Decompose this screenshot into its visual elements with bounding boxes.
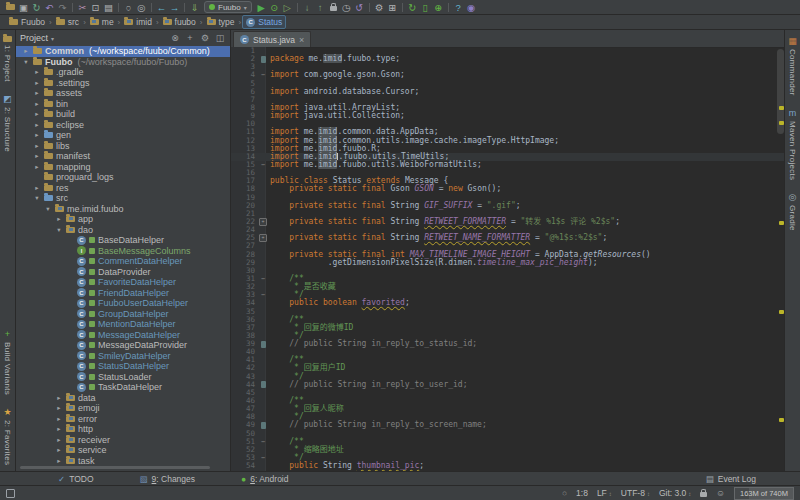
tool-stripe-button-commander[interactable]: ▦Commander: [788, 30, 797, 102]
debug-icon[interactable]: ⊙: [268, 1, 281, 13]
tool-window-button-6-android[interactable]: ●6: Android: [241, 474, 288, 484]
tree-item-proguard-logs[interactable]: proguard_logs: [16, 172, 230, 183]
tool-stripe-button-2-favorites[interactable]: ★2: Favorites: [3, 401, 12, 471]
code-line-15[interactable]: 15−import me.imid.fuubo.utils.WeiboForma…: [231, 161, 785, 169]
fold-marker-icon[interactable]: +: [258, 218, 268, 226]
expand-arrow-icon[interactable]: ▸: [55, 457, 63, 465]
breadcrumb-item-type[interactable]: type: [204, 16, 238, 28]
expand-arrow-icon[interactable]: ▸: [33, 121, 41, 129]
run-icon[interactable]: ▶: [255, 1, 268, 13]
project-panel-title[interactable]: Project: [20, 33, 48, 43]
code-line-30[interactable]: 30: [231, 267, 785, 275]
tree-item-receiver[interactable]: ▸receiver: [16, 435, 230, 446]
tree-item-favoritedatahelper[interactable]: CFavoriteDataHelper: [16, 277, 230, 288]
breadcrumb-item-src[interactable]: src: [53, 16, 82, 28]
breadcrumb-item-fuubo[interactable]: fuubo: [160, 16, 199, 28]
fold-marker-icon[interactable]: −: [258, 291, 268, 299]
cut-icon[interactable]: ✂: [76, 1, 89, 13]
expand-arrow-icon[interactable]: ▸: [33, 152, 41, 160]
tool-window-button-todo[interactable]: ✓TODO: [58, 474, 94, 484]
tree-item-fuubouserdatahelper[interactable]: CFuuboUserDataHelper: [16, 298, 230, 309]
local-history-icon[interactable]: ◷: [340, 1, 353, 13]
hector-inspections-icon[interactable]: ☺: [716, 488, 725, 498]
toggle-tool-buttons-icon[interactable]: [6, 489, 15, 498]
expand-arrow-icon[interactable]: ▾: [44, 205, 52, 213]
scroll-from-source-icon[interactable]: +: [184, 33, 196, 43]
expand-arrow-icon[interactable]: ▸: [55, 394, 63, 402]
tool-stripe-button-1-project[interactable]: 1: Project: [3, 30, 12, 88]
tree-item-data[interactable]: ▸data: [16, 393, 230, 404]
code-line-9[interactable]: 9import java.util.Collection;: [231, 112, 785, 120]
code-line-50[interactable]: 50: [231, 430, 785, 438]
tree-item-emoji[interactable]: ▸emoji: [16, 403, 230, 414]
tree-item-basedatahelper[interactable]: CBaseDataHelper: [16, 235, 230, 246]
event-log-button[interactable]: ▤Event Log: [706, 474, 756, 484]
tree-item-src[interactable]: ▾src: [16, 193, 230, 204]
readonly-lock-icon[interactable]: [700, 492, 707, 497]
tree-item-manifest[interactable]: ▸manifest: [16, 151, 230, 162]
code-line-40[interactable]: 40: [231, 348, 785, 356]
tool-stripe-button-build-variants[interactable]: +Build Variants: [3, 323, 12, 401]
code-line-49[interactable]: 49 // public String in_reply_to_screen_n…: [231, 421, 785, 429]
run-configuration-selector[interactable]: Fuubo▾: [204, 1, 252, 13]
paste-icon[interactable]: ▤: [102, 1, 115, 13]
tree-item-messagedataprovider[interactable]: CMessageDataProvider: [16, 340, 230, 351]
tree-horizontal-scrollbar[interactable]: [20, 466, 210, 469]
open-project-icon[interactable]: [4, 1, 17, 13]
tree-item-common[interactable]: ▸Common(~/workspace/fuubo/Common): [16, 46, 230, 57]
undo-icon[interactable]: ↶: [43, 1, 56, 13]
expand-arrow-icon[interactable]: ▸: [55, 425, 63, 433]
expand-arrow-icon[interactable]: ▸: [55, 436, 63, 444]
settings-icon[interactable]: ⚙: [373, 1, 386, 13]
expand-arrow-icon[interactable]: ▸: [55, 404, 63, 412]
code-line-44[interactable]: 44 // public String in_reply_to_user_id;: [231, 381, 785, 389]
expand-arrow-icon[interactable]: ▸: [33, 163, 41, 171]
breadcrumb-item-fuubo[interactable]: Fuubo: [6, 16, 48, 28]
expand-arrow-icon[interactable]: ▸: [33, 142, 41, 150]
tree-item-statusloader[interactable]: CStatusLoader: [16, 372, 230, 383]
tree-item-messagedatahelper[interactable]: CMessageDataHelper: [16, 330, 230, 341]
lock-icon[interactable]: [327, 1, 340, 13]
expand-arrow-icon[interactable]: ▸: [55, 446, 63, 454]
vcs-update-icon[interactable]: ↓: [301, 1, 314, 13]
help-icon[interactable]: ?: [452, 1, 465, 13]
tree-item-commentdatahelper[interactable]: CCommentDataHelper: [16, 256, 230, 267]
tree-item-dataprovider[interactable]: CDataProvider: [16, 267, 230, 278]
panel-settings-icon[interactable]: ⚙: [199, 33, 211, 43]
collapse-all-icon[interactable]: ⊗: [169, 33, 181, 43]
tree-item-build[interactable]: ▸build: [16, 109, 230, 120]
sdk-manager-icon[interactable]: ⊕: [432, 1, 445, 13]
tree-item-mentiondatahelper[interactable]: CMentionDataHelper: [16, 319, 230, 330]
tool-window-button-9-changes[interactable]: ▧9: Changes: [140, 474, 196, 484]
coverage-icon[interactable]: ▷: [281, 1, 294, 13]
code-line-34[interactable]: 34 public boolean favorited;: [231, 299, 785, 307]
vcs-branch-selector[interactable]: Git: 3.0↕: [659, 488, 691, 498]
synchronize-icon[interactable]: ↻: [30, 1, 43, 13]
tool-stripe-button-2-structure[interactable]: ◩2: Structure: [3, 88, 12, 158]
expand-arrow-icon[interactable]: ▸: [33, 131, 41, 139]
redo-icon[interactable]: ↷: [56, 1, 69, 13]
expand-arrow-icon[interactable]: ▸: [33, 68, 41, 76]
make-project-icon[interactable]: ⇓: [188, 1, 201, 13]
code-line-20[interactable]: 20 private static final String GIF_SUFFI…: [231, 202, 785, 210]
memory-indicator[interactable]: 163M of 740M: [734, 487, 794, 500]
close-tab-icon[interactable]: ×: [299, 35, 304, 45]
expand-arrow-icon[interactable]: ▸: [33, 100, 41, 108]
chevron-down-icon[interactable]: ▾: [51, 35, 54, 42]
expand-arrow-icon[interactable]: ▸: [33, 184, 41, 192]
tree-item-assets[interactable]: ▸assets: [16, 88, 230, 99]
plugins-icon[interactable]: ◉: [465, 1, 478, 13]
folded-region-icon[interactable]: +: [259, 234, 267, 242]
code-line-4[interactable]: 4−import com.google.gson.Gson;: [231, 71, 785, 79]
tool-stripe-button-gradle[interactable]: ◎Gradle: [788, 186, 797, 237]
tree-item-gradle[interactable]: ▸.gradle: [16, 67, 230, 78]
tree-item-res[interactable]: ▸res: [16, 183, 230, 194]
tree-item-mapping[interactable]: ▸mapping: [16, 162, 230, 173]
code-line-42[interactable]: 42 * 回复用户ID: [231, 364, 785, 372]
background-process-icon[interactable]: ○: [562, 488, 567, 498]
tree-item-groupdatahelper[interactable]: CGroupDataHelper: [16, 309, 230, 320]
fold-marker-icon[interactable]: +: [258, 234, 268, 242]
expand-arrow-icon[interactable]: ▾: [33, 194, 41, 202]
expand-arrow-icon[interactable]: ▸: [33, 110, 41, 118]
hide-panel-icon[interactable]: ◫: [214, 33, 226, 43]
